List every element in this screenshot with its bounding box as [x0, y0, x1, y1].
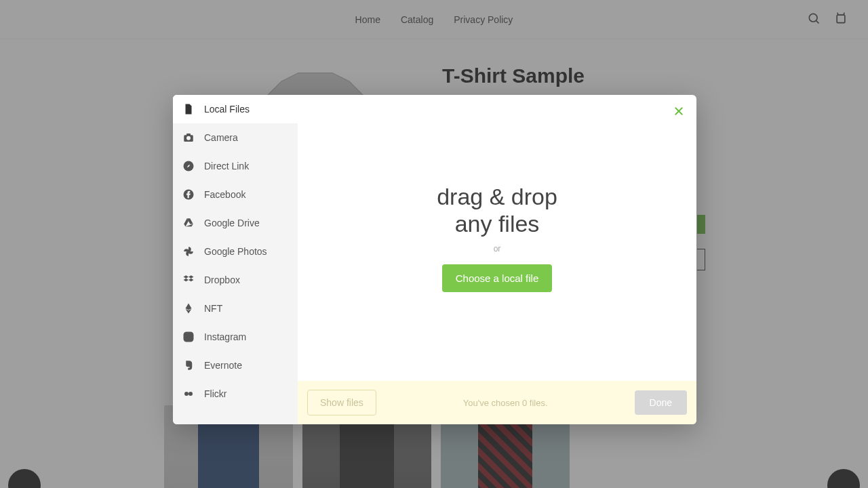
sidebar-item-label: Dropbox: [204, 274, 240, 285]
sidebar-item-label: NFT: [204, 303, 222, 314]
sidebar-item-camera[interactable]: Camera: [173, 123, 298, 152]
sidebar-item-nft[interactable]: NFT: [173, 294, 298, 323]
sidebar-item-local-files[interactable]: Local Files: [173, 95, 298, 123]
dropbox-icon: [182, 274, 195, 286]
google-photos-icon: [182, 245, 195, 258]
sidebar-item-google-drive[interactable]: Google Drive: [173, 209, 298, 237]
svg-point-19: [186, 335, 191, 339]
sidebar-item-evernote[interactable]: Evernote: [173, 351, 298, 380]
or-separator: or: [494, 244, 501, 253]
sidebar-item-label: Instagram: [204, 331, 246, 342]
drop-title-line1: drag & drop: [437, 184, 557, 209]
camera-icon: [182, 131, 195, 144]
drop-title-line2: any files: [455, 211, 540, 237]
upload-modal: Local Files Camera Direct Link Facebook …: [173, 95, 696, 424]
drop-zone[interactable]: drag & drop any files or Choose a local …: [298, 95, 696, 381]
svg-marker-15: [189, 279, 194, 282]
file-icon: [182, 103, 195, 115]
svg-marker-12: [184, 275, 189, 279]
evernote-icon: [182, 359, 195, 371]
svg-marker-13: [189, 275, 194, 279]
sidebar-item-label: Google Drive: [204, 218, 260, 228]
sidebar-item-label: Direct Link: [204, 161, 249, 171]
show-files-button[interactable]: Show files: [307, 390, 376, 415]
upload-main-panel: drag & drop any files or Choose a local …: [298, 95, 696, 424]
chosen-files-status: You've chosen 0 files.: [463, 398, 548, 408]
sidebar-item-label: Facebook: [204, 189, 245, 200]
drop-title: drag & drop any files: [437, 184, 557, 237]
svg-rect-5: [186, 134, 191, 136]
facebook-icon: [182, 188, 195, 201]
svg-point-22: [189, 392, 193, 396]
sidebar-item-label: Flickr: [204, 388, 226, 399]
sidebar-item-label: Evernote: [204, 360, 242, 371]
svg-point-4: [186, 136, 191, 140]
sidebar-item-flickr[interactable]: Flickr: [173, 380, 298, 408]
ethereum-icon: [182, 302, 195, 314]
close-button[interactable]: [671, 104, 687, 121]
sidebar-item-label: Camera: [204, 132, 238, 143]
done-button[interactable]: Done: [635, 390, 687, 415]
sidebar-item-direct-link[interactable]: Direct Link: [173, 152, 298, 180]
instagram-icon: [182, 331, 195, 343]
sidebar-item-instagram[interactable]: Instagram: [173, 323, 298, 351]
upload-footer: Show files You've chosen 0 files. Done: [298, 381, 696, 424]
choose-local-file-button[interactable]: Choose a local file: [442, 264, 553, 292]
flickr-icon: [182, 388, 195, 400]
sidebar-item-label: Google Photos: [204, 246, 267, 257]
google-drive-icon: [182, 217, 195, 229]
sidebar-item-facebook[interactable]: Facebook: [173, 180, 298, 209]
svg-marker-14: [184, 279, 189, 282]
sidebar-item-google-photos[interactable]: Google Photos: [173, 237, 298, 266]
close-icon: [673, 105, 685, 120]
svg-point-20: [191, 333, 192, 335]
compass-icon: [182, 160, 195, 172]
sidebar-item-label: Local Files: [204, 104, 250, 115]
sidebar-item-dropbox[interactable]: Dropbox: [173, 266, 298, 294]
upload-source-sidebar: Local Files Camera Direct Link Facebook …: [173, 95, 298, 424]
svg-point-21: [184, 392, 189, 396]
svg-marker-16: [186, 304, 192, 310]
